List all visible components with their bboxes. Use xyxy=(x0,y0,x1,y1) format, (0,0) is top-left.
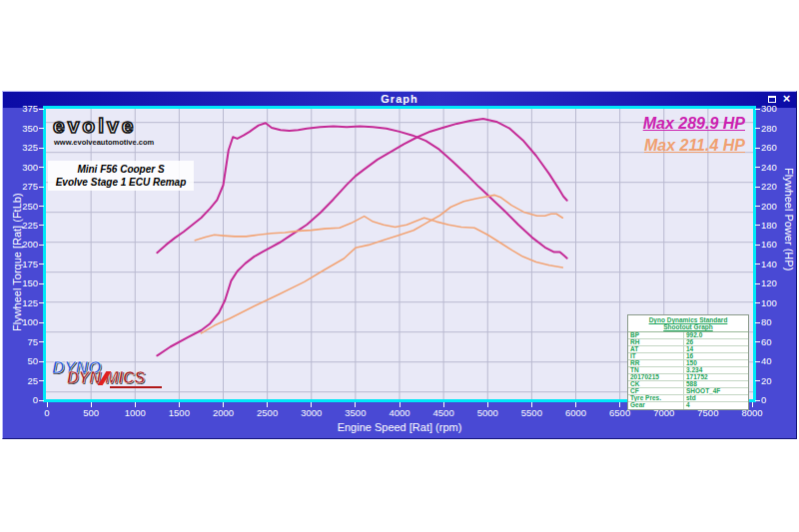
restore-icon xyxy=(768,96,776,103)
y-tick-left: 250 xyxy=(2,201,38,212)
y-tick-left: 375 xyxy=(2,103,38,114)
run-info-row: CFSHOOT_4F xyxy=(628,388,748,395)
x-tick: 8000 xyxy=(732,407,772,418)
y-tick-right: 20 xyxy=(761,375,797,386)
y-tick-right: 240 xyxy=(761,162,797,173)
x-tick: 5500 xyxy=(511,407,551,418)
y-tick-left: 350 xyxy=(2,123,38,134)
window-title: Graph xyxy=(381,93,417,105)
run-info-label: Tyre Pres. xyxy=(628,395,684,401)
evolve-url: www.evolveautomotive.com xyxy=(54,138,154,147)
x-tick: 0 xyxy=(27,407,67,418)
x-tick: 2500 xyxy=(248,407,288,418)
y-tick-mark-right xyxy=(755,361,760,362)
y-tick-mark-right xyxy=(755,302,760,303)
y-tick-mark-left xyxy=(39,167,44,168)
y-tick-right: 180 xyxy=(761,220,797,231)
plot-area: evolve www.evolveautomotive.com Mini F56… xyxy=(43,106,756,402)
y-tick-right: 260 xyxy=(761,142,797,153)
y-tick-mark-right xyxy=(755,187,760,188)
y-tick-mark-left xyxy=(39,380,44,381)
y-tick-right: 60 xyxy=(761,336,797,347)
screenshot-stage: Graph × evolve www.evolveautomotive.com … xyxy=(0,0,799,532)
y-tick-mark-right xyxy=(755,167,760,168)
run-info-row: BP992.0 xyxy=(628,332,748,339)
run-info-value: 992.0 xyxy=(684,332,748,338)
x-tick: 7000 xyxy=(644,407,684,418)
y-tick-right: 300 xyxy=(761,103,797,114)
y-tick-left: 50 xyxy=(2,355,38,366)
y-tick-mark-right xyxy=(755,225,760,226)
vehicle-info-box: Mini F56 Cooper S Evolve Stage 1 ECU Rem… xyxy=(48,161,194,191)
y-tick-mark-right xyxy=(755,109,760,110)
x-tick: 3000 xyxy=(292,407,332,418)
y-tick-left: 275 xyxy=(2,181,38,192)
run-info-header: Dyno Dynamics Standard Shootout Graph xyxy=(628,315,748,332)
run-info-row: RH26 xyxy=(628,339,748,346)
x-tick: 5000 xyxy=(467,407,507,418)
y-tick-mark-left xyxy=(39,128,44,129)
run-info-header-line2: Shootout Graph xyxy=(663,323,712,330)
y-tick-mark-left xyxy=(39,206,44,207)
x-tick: 500 xyxy=(71,407,111,418)
y-tick-right: 0 xyxy=(761,394,797,405)
run-info-value: std xyxy=(684,395,748,401)
y-tick-right: 120 xyxy=(761,277,797,288)
y-tick-mark-left xyxy=(39,264,44,265)
y-tick-right: 200 xyxy=(761,201,797,212)
y-tick-mark-right xyxy=(755,400,760,401)
y-tick-left: 150 xyxy=(2,277,38,288)
x-tick: 2000 xyxy=(204,407,244,418)
run-info-label: 20170215 xyxy=(628,374,684,380)
x-tick: 1000 xyxy=(115,407,155,418)
y-tick-mark-right xyxy=(755,128,760,129)
y-tick-mark-left xyxy=(39,225,44,226)
run-info-label: TN xyxy=(628,367,684,373)
max-stock-power-label: Max 211.4 HP xyxy=(644,137,745,155)
run-info-value: SHOOT_4F xyxy=(684,388,748,394)
run-info-row: AT14 xyxy=(628,346,748,353)
y-tick-mark-left xyxy=(39,322,44,323)
y-tick-mark-left xyxy=(39,341,44,342)
run-info-header-line1: Dyno Dynamics Standard xyxy=(649,316,728,323)
y-tick-left: 325 xyxy=(2,142,38,153)
x-tick: 4000 xyxy=(380,407,419,418)
y-tick-left: 25 xyxy=(2,375,38,386)
vehicle-tune: Evolve Stage 1 ECU Remap xyxy=(48,176,194,189)
evolve-logo: evolve xyxy=(53,114,136,138)
run-info-value: 16 xyxy=(684,353,748,359)
run-info-label: CF xyxy=(628,388,684,394)
y-tick-left: 125 xyxy=(2,297,38,308)
x-tick: 7500 xyxy=(688,407,728,418)
y-tick-mark-left xyxy=(39,400,44,401)
y-tick-mark-right xyxy=(755,245,760,246)
y-tick-left: 75 xyxy=(2,336,38,347)
y-tick-mark-left xyxy=(39,245,44,246)
y-tick-mark-right xyxy=(755,380,760,381)
y-tick-right: 100 xyxy=(761,297,797,308)
y-tick-left: 0 xyxy=(2,394,38,405)
run-info-row: Tyre Pres.std xyxy=(628,395,748,402)
x-tick: 3500 xyxy=(336,407,376,418)
y-tick-left: 200 xyxy=(2,239,38,250)
y-tick-mark-right xyxy=(755,206,760,207)
y-tick-left: 100 xyxy=(2,316,38,327)
run-info-row: RR150 xyxy=(628,360,748,367)
curve-tuned-power xyxy=(157,119,566,355)
x-axis-title: Engine Speed [Rat] (rpm) xyxy=(0,421,799,433)
max-tuned-power-label: Max 289.9 HP xyxy=(643,115,745,133)
dyno-logo-underline xyxy=(110,386,162,388)
run-info-value: 14 xyxy=(684,346,748,352)
run-info-value: 150 xyxy=(684,360,748,366)
run-info-label: AT xyxy=(628,346,684,352)
run-info-label: CK xyxy=(628,381,684,387)
y-tick-right: 80 xyxy=(761,316,797,327)
y-tick-right: 160 xyxy=(761,239,797,250)
dyno-dynamics-logo: DYNO DYN MICS xyxy=(52,358,172,398)
run-info-row: IT16 xyxy=(628,353,748,360)
y-tick-right: 140 xyxy=(761,259,797,269)
run-info-value: 3.234 xyxy=(684,367,748,373)
run-info-rows: BP992.0RH26AT14IT16RR150TN3.234201702151… xyxy=(628,332,748,409)
x-tick: 1500 xyxy=(159,407,199,418)
y-tick-mark-left xyxy=(39,109,44,110)
